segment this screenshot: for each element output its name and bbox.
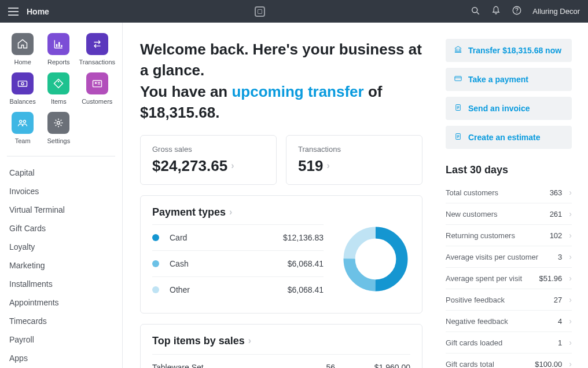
top-items-panel: Top items by sales› Tableware Set56$1,96…	[140, 324, 422, 368]
last-30-days-title: Last 30 days	[446, 164, 572, 176]
stat-line[interactable]: Gift cards loaded1›	[446, 332, 572, 354]
chevron-right-icon: ›	[231, 161, 234, 171]
chevron-right-icon: ›	[569, 316, 572, 326]
square-logo-icon	[255, 6, 265, 17]
stat-name: Gift cards loaded	[446, 338, 558, 347]
gross-sales-card[interactable]: Gross sales $24,273.65›	[140, 135, 277, 185]
stat-name: Returning customers	[446, 231, 550, 240]
item-name: Tableware Set	[152, 363, 300, 368]
doc-icon	[454, 103, 462, 114]
sidebar-link-payroll[interactable]: Payroll	[7, 330, 115, 349]
gross-sales-value: $24,273.65	[152, 157, 227, 175]
swap-icon	[86, 33, 108, 55]
sidebar-link-apps[interactable]: Apps	[7, 349, 115, 367]
sidebar-tile-reports[interactable]: Reports	[43, 33, 74, 65]
payment-type-row[interactable]: Cash$6,068.41	[152, 250, 324, 276]
sidebar-link-loyalty[interactable]: Loyalty	[7, 238, 115, 256]
help-icon[interactable]	[512, 5, 522, 18]
stat-line[interactable]: Positive feedback27›	[446, 289, 572, 311]
stat-line[interactable]: Average spent per visit$51.96›	[446, 268, 572, 289]
chevron-right-icon: ›	[569, 274, 572, 283]
money-icon	[12, 72, 34, 94]
sidebar-tile-items[interactable]: Items	[43, 72, 74, 105]
chevron-right-icon: ›	[569, 359, 572, 368]
upcoming-transfer-link[interactable]: upcoming transfer	[231, 83, 363, 100]
gear-icon	[47, 112, 69, 134]
tile-label: Customers	[82, 98, 112, 105]
transactions-value: 519	[298, 157, 323, 175]
sidebar-link-virtual-terminal[interactable]: Virtual Terminal	[7, 201, 115, 219]
stat-name: Gift cards total	[446, 360, 535, 369]
chevron-right-icon: ›	[569, 231, 572, 240]
chevron-right-icon: ›	[569, 252, 572, 261]
sidebar-link-gift-cards[interactable]: Gift Cards	[7, 219, 115, 238]
stat-name: New customers	[446, 210, 550, 218]
people-icon	[12, 112, 34, 134]
bell-icon[interactable]	[491, 5, 501, 18]
payment-types-title[interactable]: Payment types›	[152, 206, 410, 218]
transactions-card[interactable]: Transactions 519›	[286, 135, 422, 185]
payment-type-name: Card	[170, 233, 283, 242]
stat-line[interactable]: Gift cards total$100.00›	[446, 354, 572, 368]
main-content: Welcome back. Here's your business at a …	[123, 23, 440, 368]
payment-types-panel: Payment types› Card$12,136.83Cash$6,068.…	[140, 195, 422, 314]
sidebar-tile-balances[interactable]: Balances	[7, 72, 38, 105]
dot-icon	[152, 260, 159, 267]
stat-line[interactable]: Total customers363›	[446, 182, 572, 203]
sidebar-link-marketing[interactable]: Marketing	[7, 256, 115, 275]
sidebar-link-invoices[interactable]: Invoices	[7, 182, 115, 201]
stat-line[interactable]: Negative feedback4›	[446, 311, 572, 332]
sidebar-tile-customers[interactable]: Customers	[79, 72, 115, 105]
stat-name: Total customers	[446, 188, 550, 197]
welcome-line1: Welcome back. Here's your business at a …	[140, 39, 422, 81]
stat-value: 261	[550, 210, 563, 218]
sidebar-tile-team[interactable]: Team	[7, 112, 38, 144]
sidebar-link-appointments[interactable]: Appointments	[7, 293, 115, 312]
take-payment-button[interactable]: Take a payment	[446, 68, 572, 91]
payment-types-donut-chart	[341, 224, 410, 303]
top-item-row[interactable]: Tableware Set56$1,960.00	[152, 354, 410, 368]
bank-icon	[454, 45, 462, 56]
sidebar-link-timecards[interactable]: Timecards	[7, 312, 115, 330]
stat-value: 27	[554, 296, 562, 304]
stat-value: 102	[550, 231, 563, 240]
tile-label: Settings	[47, 137, 70, 144]
item-qty: 56	[300, 363, 335, 368]
payment-type-row[interactable]: Card$12,136.83	[152, 224, 324, 250]
id-icon	[86, 72, 108, 94]
welcome-heading: Welcome back. Here's your business at a …	[140, 39, 422, 123]
search-icon[interactable]	[470, 5, 480, 18]
account-name[interactable]: Alluring Decor	[532, 7, 580, 16]
sidebar-link-capital[interactable]: Capital	[7, 163, 115, 182]
sidebar-tile-transactions[interactable]: Transactions	[79, 33, 115, 65]
stat-name: Positive feedback	[446, 296, 554, 304]
chevron-right-icon: ›	[569, 295, 572, 304]
stat-name: Negative feedback	[446, 317, 558, 326]
tile-label: Transactions	[79, 59, 115, 65]
stat-value: 4	[558, 317, 562, 326]
top-items-title[interactable]: Top items by sales›	[152, 335, 410, 347]
dot-icon	[152, 286, 159, 293]
stat-value: 363	[550, 188, 563, 197]
stat-line[interactable]: New customers261›	[446, 203, 572, 225]
dot-icon	[152, 234, 159, 241]
right-column: Transfer $18,315.68 now Take a payment S…	[440, 23, 588, 368]
create-estimate-button[interactable]: Create an estimate	[446, 126, 572, 149]
tile-label: Items	[51, 98, 67, 105]
stat-line[interactable]: Returning customers102›	[446, 225, 572, 246]
sidebar-link-installments[interactable]: Installments	[7, 275, 115, 293]
tag-icon	[47, 72, 69, 94]
transactions-label: Transactions	[298, 145, 410, 154]
home-icon	[12, 33, 34, 55]
payment-type-amount: $6,068.41	[288, 285, 324, 294]
sidebar-tile-home[interactable]: Home	[7, 33, 38, 65]
sidebar: HomeReportsTransactionsBalancesItemsCust…	[0, 23, 123, 368]
payment-type-amount: $12,136.83	[283, 233, 324, 242]
payment-type-row[interactable]: Other$6,068.41	[152, 276, 324, 303]
stat-line[interactable]: Average visits per customer3›	[446, 246, 572, 268]
sidebar-tile-settings[interactable]: Settings	[43, 112, 74, 144]
transfer-now-button[interactable]: Transfer $18,315.68 now	[446, 39, 572, 62]
send-invoice-button[interactable]: Send an invoice	[446, 97, 572, 120]
payment-type-name: Cash	[170, 259, 288, 268]
menu-icon[interactable]	[8, 8, 19, 16]
